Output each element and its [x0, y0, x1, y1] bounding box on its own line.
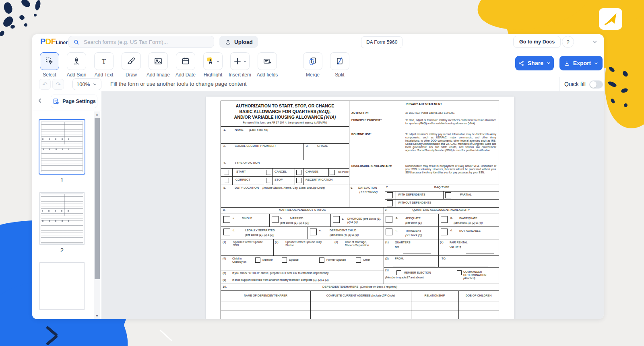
table-header: COMPLETE CURRENT ADDRESS (Include ZIP Co… — [310, 294, 411, 297]
tool-merge[interactable]: Merge — [300, 52, 326, 78]
account-menu-button[interactable] — [592, 39, 598, 47]
form-checkbox[interactable] — [296, 178, 301, 183]
page-settings-label: Page Settings — [62, 99, 96, 104]
helper-text: Fill the form or use another tools to ch… — [110, 81, 246, 87]
document-canvas[interactable]: AUTHORIZATION TO START, STOP, OR CHANGE … — [101, 91, 604, 319]
grid-line — [221, 126, 349, 127]
field-number: (2) — [440, 241, 444, 244]
help-button[interactable]: ? — [562, 36, 574, 48]
form-checkbox[interactable] — [387, 200, 393, 206]
option-label: INADEQUATE — [459, 217, 477, 220]
document-page[interactable]: AUTHORIZATION TO START, STOP, OR CHANGE … — [206, 97, 514, 319]
note-text: If you check "OTHER" above, prepare DD F… — [232, 272, 329, 275]
form-title: AUTHORIZATION TO START, STOP, OR CHANGE — [221, 103, 349, 108]
search-input[interactable] — [83, 39, 210, 45]
logo-letter: D — [45, 37, 51, 46]
text-icon: T — [99, 56, 109, 66]
form-title-text: BASIC ALLOWANCE FOR QUARTERS — [239, 109, 316, 114]
go-to-my-docs-button[interactable]: Go to my Docs — [513, 36, 561, 48]
form-checkbox[interactable] — [356, 257, 361, 263]
screen: PDFLiner Upload DA Form 5960 Go to my Do… — [0, 0, 644, 346]
form-checkbox[interactable] — [296, 170, 301, 175]
add-fields-button[interactable] — [258, 52, 277, 70]
toggle-knob — [590, 81, 597, 88]
scroll-up-arrow[interactable]: ▲ — [94, 113, 100, 116]
draw-button[interactable] — [122, 52, 141, 70]
privacy-heading: PRIVACY ACT STATEMENT — [349, 103, 499, 106]
tool-highlight[interactable]: Highlight — [200, 52, 226, 78]
page-thumbnail-3[interactable] — [39, 262, 85, 310]
form-checkbox[interactable] — [310, 229, 317, 235]
share-button[interactable]: Share — [515, 56, 554, 70]
upload-button[interactable]: Upload — [219, 36, 258, 48]
tool-add-image[interactable]: Add Image — [145, 52, 171, 78]
grid-line — [272, 168, 273, 185]
search-bar[interactable] — [68, 36, 214, 48]
scroll-down-arrow[interactable]: ▼ — [94, 314, 100, 318]
export-button[interactable]: Export — [559, 56, 603, 70]
split-button[interactable] — [330, 52, 349, 70]
option-label: PARTIAL — [460, 193, 472, 196]
form-checkbox[interactable] — [223, 216, 230, 223]
quick-fill-toggle[interactable] — [589, 80, 603, 89]
form-checkbox[interactable] — [386, 216, 392, 223]
page-settings-button[interactable]: Page Settings — [51, 95, 97, 108]
tool-add-text[interactable]: T Add Text — [91, 52, 117, 78]
form-checkbox[interactable] — [441, 216, 448, 223]
insert-item-button[interactable] — [230, 52, 250, 70]
page-thumbnail-2[interactable] — [39, 192, 85, 245]
form-checkbox[interactable] — [319, 257, 324, 263]
add-text-button[interactable]: T — [94, 52, 114, 70]
highlight-button[interactable] — [203, 52, 223, 70]
form-checkbox[interactable] — [457, 270, 462, 275]
tool-add-date[interactable]: Add Date — [173, 52, 198, 78]
tool-split[interactable]: Split — [327, 52, 353, 78]
field-number: (4) — [223, 257, 226, 260]
form-checkbox[interactable] — [396, 270, 401, 275]
tool-add-fields[interactable]: Add fields — [254, 52, 280, 78]
tool-select[interactable]: Select — [37, 52, 62, 78]
form-checkbox[interactable] — [330, 170, 335, 175]
form-checkbox[interactable] — [224, 170, 229, 175]
sidebar-scrollbar[interactable]: ▲ ▼ — [94, 111, 100, 319]
undo-button[interactable]: ↶ — [39, 79, 51, 90]
privacy-text: To adjust member's military pay record, … — [405, 133, 496, 152]
option-label: REPORT — [338, 171, 350, 174]
add-sign-button[interactable] — [67, 52, 86, 70]
add-image-button[interactable] — [149, 52, 168, 70]
form-checkbox[interactable] — [333, 216, 340, 223]
download-icon — [564, 60, 570, 67]
option-letter: b. — [450, 216, 453, 220]
form-checkbox[interactable] — [266, 178, 271, 183]
zoom-select[interactable]: 100% — [72, 78, 101, 90]
form-checkbox[interactable] — [223, 229, 230, 235]
select-button[interactable] — [40, 52, 59, 70]
collapse-sidebar-button[interactable] — [36, 97, 43, 106]
page-thumbnail-1[interactable] — [39, 119, 85, 175]
document-name-badge: DA Form 5960 — [361, 36, 402, 48]
tool-insert-item[interactable]: Insert item — [227, 52, 253, 78]
option-label: CANCEL — [275, 170, 287, 174]
form-checkbox[interactable] — [255, 257, 260, 263]
field-number: (1) — [223, 241, 226, 244]
option-letter: e. — [319, 229, 322, 232]
form-checkbox[interactable] — [272, 216, 279, 223]
merge-button[interactable] — [303, 52, 322, 70]
add-date-button[interactable] — [176, 52, 195, 70]
form-checkbox[interactable] — [282, 257, 287, 263]
redo-button[interactable]: ↷ — [52, 79, 64, 90]
grid-line — [221, 290, 499, 291]
form-checkbox[interactable] — [445, 192, 451, 198]
tool-draw[interactable]: Draw — [118, 52, 144, 78]
form-checkbox[interactable] — [266, 170, 271, 175]
form-checkbox[interactable] — [387, 192, 393, 198]
scrollbar-thumb[interactable] — [95, 118, 100, 279]
pdfliner-logo[interactable]: PDFLiner — [40, 37, 68, 46]
tool-add-sign[interactable]: Add Sign — [64, 52, 89, 78]
divider — [32, 111, 101, 111]
form-checkbox[interactable] — [441, 229, 448, 235]
form-title-abbr: (BAQ), — [317, 109, 331, 114]
form-checkbox[interactable] — [224, 178, 229, 183]
field-number: (6) — [223, 278, 226, 282]
form-checkbox[interactable] — [386, 229, 392, 235]
